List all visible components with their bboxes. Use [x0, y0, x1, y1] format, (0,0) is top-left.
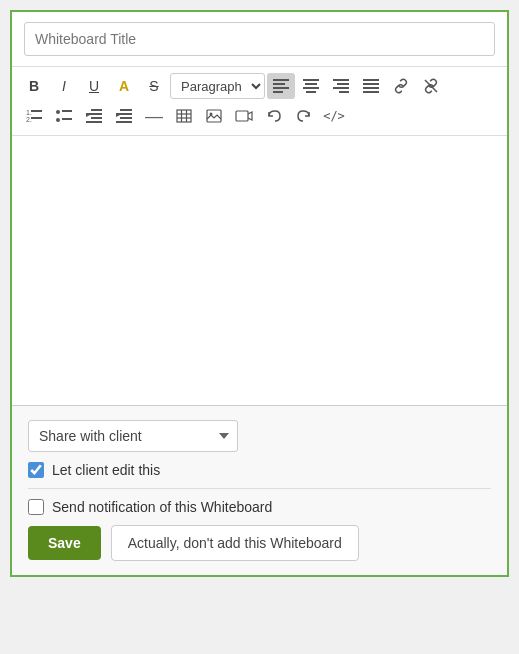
share-dropdown[interactable]: Share with client Don't share Share publ…: [28, 420, 238, 452]
underline-button[interactable]: U: [80, 73, 108, 99]
svg-rect-11: [339, 91, 349, 93]
let-edit-row: Let client edit this: [28, 462, 491, 478]
svg-rect-6: [303, 87, 319, 89]
svg-rect-20: [31, 117, 42, 119]
hr-button[interactable]: —: [140, 103, 168, 129]
indent-button[interactable]: [110, 103, 138, 129]
table-button[interactable]: [170, 103, 198, 129]
let-edit-label: Let client edit this: [52, 462, 160, 478]
svg-rect-28: [86, 121, 102, 123]
align-justify-button[interactable]: [357, 73, 385, 99]
svg-rect-0: [273, 79, 289, 81]
undo-button[interactable]: [260, 103, 288, 129]
notification-row: Send notification of this Whiteboard: [28, 499, 491, 515]
svg-rect-9: [337, 83, 349, 85]
unordered-list-button[interactable]: [50, 103, 78, 129]
editor-content-area[interactable]: [12, 136, 507, 406]
send-notification-checkbox[interactable]: [28, 499, 44, 515]
toolbar-row-1: B I U A S Paragraph Heading 1 Heading 2 …: [20, 73, 499, 99]
svg-rect-25: [91, 109, 102, 111]
svg-rect-13: [363, 83, 379, 85]
align-left-button[interactable]: [267, 73, 295, 99]
svg-point-23: [56, 118, 60, 122]
svg-rect-10: [333, 87, 349, 89]
link-button[interactable]: [387, 73, 415, 99]
actions-row: Save Actually, don't add this Whiteboard: [28, 525, 491, 561]
svg-rect-22: [62, 110, 72, 112]
align-center-button[interactable]: [297, 73, 325, 99]
svg-rect-27: [91, 117, 102, 119]
unlink-button[interactable]: [417, 73, 445, 99]
strikethrough-button[interactable]: S: [140, 73, 168, 99]
send-notification-label: Send notification of this Whiteboard: [52, 499, 272, 515]
cancel-button[interactable]: Actually, don't add this Whiteboard: [111, 525, 359, 561]
editor-toolbar: B I U A S Paragraph Heading 1 Heading 2 …: [12, 67, 507, 136]
save-button[interactable]: Save: [28, 526, 101, 560]
svg-rect-3: [273, 91, 283, 93]
align-right-button[interactable]: [327, 73, 355, 99]
ordered-list-button[interactable]: 1. 2.: [20, 103, 48, 129]
paragraph-select[interactable]: Paragraph Heading 1 Heading 2 Heading 3: [170, 73, 265, 99]
title-section: [12, 12, 507, 67]
svg-rect-15: [363, 91, 379, 93]
separator: [28, 488, 491, 489]
svg-rect-18: [31, 110, 42, 112]
let-edit-checkbox[interactable]: [28, 462, 44, 478]
svg-rect-7: [306, 91, 316, 93]
svg-rect-4: [303, 79, 319, 81]
svg-rect-32: [120, 117, 132, 119]
svg-rect-24: [62, 118, 72, 120]
highlight-button[interactable]: A: [110, 73, 138, 99]
svg-line-16: [425, 80, 437, 92]
svg-rect-14: [363, 87, 379, 89]
svg-rect-5: [305, 83, 317, 85]
redo-button[interactable]: [290, 103, 318, 129]
bold-button[interactable]: B: [20, 73, 48, 99]
whiteboard-editor: B I U A S Paragraph Heading 1 Heading 2 …: [10, 10, 509, 577]
code-button[interactable]: </>: [320, 103, 348, 129]
svg-rect-35: [177, 110, 191, 122]
svg-rect-8: [333, 79, 349, 81]
title-input[interactable]: [24, 22, 495, 56]
share-dropdown-row: Share with client Don't share Share publ…: [28, 420, 491, 452]
svg-point-21: [56, 110, 60, 114]
toolbar-row-2: 1. 2.: [20, 103, 499, 129]
svg-rect-2: [273, 87, 289, 89]
italic-button[interactable]: I: [50, 73, 78, 99]
image-button[interactable]: [200, 103, 228, 129]
svg-rect-40: [207, 110, 221, 122]
svg-rect-30: [120, 109, 132, 111]
outdent-button[interactable]: [80, 103, 108, 129]
svg-rect-42: [236, 111, 248, 121]
video-button[interactable]: [230, 103, 258, 129]
svg-rect-1: [273, 83, 285, 85]
svg-rect-33: [116, 121, 132, 123]
bottom-section: Share with client Don't share Share publ…: [12, 406, 507, 575]
svg-rect-12: [363, 79, 379, 81]
